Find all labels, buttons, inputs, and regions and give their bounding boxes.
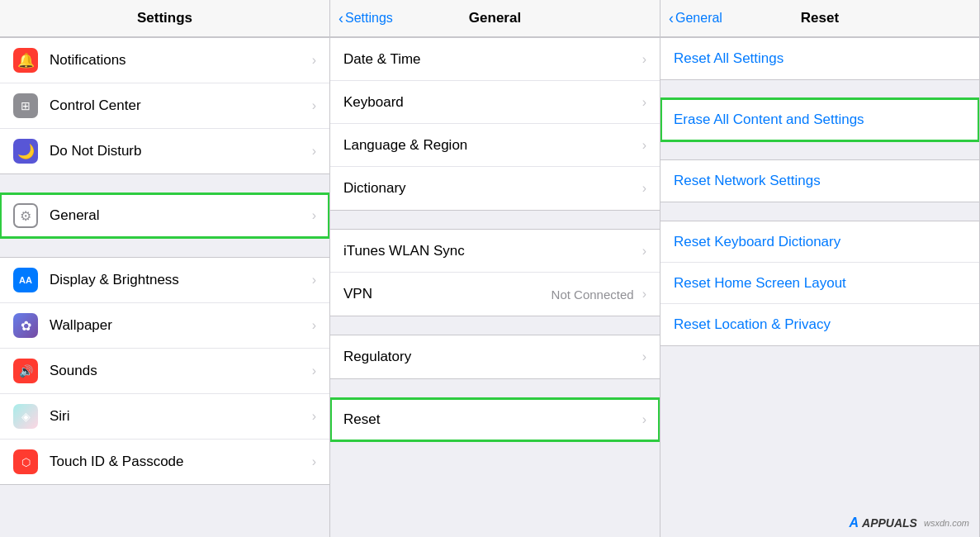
general-section-2: iTunes WLAN Sync › VPN Not Connected › — [330, 229, 660, 316]
display-label: Display & Brightness — [50, 272, 307, 288]
row-language[interactable]: Language & Region › — [330, 124, 660, 167]
sounds-label: Sounds — [50, 363, 307, 379]
back-chevron-icon: ‹ — [339, 10, 343, 27]
reset-keyboard-label: Reset Keyboard Dictionary — [674, 234, 840, 250]
general-back-button[interactable]: ‹ Settings — [339, 10, 393, 27]
reset-all-label: Reset All Settings — [674, 50, 784, 67]
itunes-chevron: › — [642, 244, 646, 259]
general-panel: ‹ Settings General Date & Time › Keyboar… — [330, 0, 660, 537]
date-time-chevron: › — [642, 52, 646, 67]
row-reset-keyboard[interactable]: Reset Keyboard Dictionary — [660, 221, 979, 263]
section-general: ⚙ General › — [0, 192, 329, 239]
touch-id-label: Touch ID & Passcode — [50, 454, 307, 470]
general-back-label: Settings — [345, 11, 393, 26]
row-control-center[interactable]: ⊞ Control Center › — [0, 83, 329, 129]
control-center-label: Control Center — [50, 97, 307, 114]
reset-section-all: Reset All Settings — [660, 37, 979, 80]
row-display[interactable]: AA Display & Brightness › — [0, 258, 329, 303]
general-section-3: Regulatory › — [330, 335, 660, 379]
vpn-label: VPN — [343, 286, 552, 302]
general-list: Date & Time › Keyboard › Language & Regi… — [330, 37, 660, 537]
row-itunes[interactable]: iTunes WLAN Sync › — [330, 230, 660, 273]
display-icon: AA — [13, 268, 38, 292]
row-reset-network[interactable]: Reset Network Settings — [660, 160, 979, 202]
language-chevron: › — [642, 138, 646, 153]
vpn-chevron: › — [642, 287, 646, 302]
reset-section-network: Reset Network Settings — [660, 159, 979, 202]
row-wallpaper[interactable]: ✿ Wallpaper › — [0, 303, 329, 349]
do-not-disturb-icon: 🌙 — [13, 139, 38, 164]
row-reset-home-screen[interactable]: Reset Home Screen Layout — [660, 263, 979, 304]
reset-network-label: Reset Network Settings — [674, 173, 821, 189]
siri-icon: ◈ — [13, 404, 38, 429]
notifications-icon: 🔔 — [13, 48, 38, 73]
row-reset-all-settings[interactable]: Reset All Settings — [660, 38, 979, 79]
reset-location-label: Reset Location & Privacy — [674, 316, 831, 333]
reset-back-button[interactable]: ‹ General — [669, 10, 722, 27]
reset-section-misc: Reset Keyboard Dictionary Reset Home Scr… — [660, 221, 979, 346]
row-notifications[interactable]: 🔔 Notifications › — [0, 38, 329, 83]
language-label: Language & Region — [343, 137, 637, 154]
row-erase-all[interactable]: Erase All Content and Settings — [660, 99, 979, 140]
reset-header: ‹ General Reset — [660, 0, 979, 37]
row-vpn[interactable]: VPN Not Connected › — [330, 273, 660, 316]
section-display: AA Display & Brightness › ✿ Wallpaper › … — [0, 257, 329, 485]
row-dictionary[interactable]: Dictionary › — [330, 167, 660, 210]
general-icon: ⚙ — [13, 203, 38, 228]
wallpaper-chevron: › — [312, 318, 316, 333]
row-reset[interactable]: Reset › — [330, 398, 660, 441]
settings-list: 🔔 Notifications › ⊞ Control Center › 🌙 D… — [0, 37, 329, 537]
general-section-1: Date & Time › Keyboard › Language & Regi… — [330, 37, 660, 211]
keyboard-label: Keyboard — [343, 94, 637, 111]
do-not-disturb-label: Do Not Disturb — [50, 143, 307, 159]
settings-panel: Settings 🔔 Notifications › ⊞ Control Cen… — [0, 0, 330, 537]
sounds-icon: 🔊 — [13, 359, 38, 383]
touch-id-icon: ⬡ — [13, 449, 38, 474]
general-title: General — [469, 10, 521, 26]
row-general[interactable]: ⚙ General › — [0, 193, 329, 238]
siri-label: Siri — [50, 408, 307, 425]
settings-title: Settings — [137, 10, 192, 26]
wallpaper-icon: ✿ — [13, 313, 38, 338]
wallpaper-label: Wallpaper — [50, 317, 307, 334]
itunes-label: iTunes WLAN Sync — [343, 243, 637, 259]
reset-back-label: General — [675, 11, 722, 26]
control-center-icon: ⊞ — [13, 93, 38, 118]
row-touch-id[interactable]: ⬡ Touch ID & Passcode › — [0, 440, 329, 484]
reset-chevron: › — [642, 412, 646, 427]
reset-home-screen-label: Reset Home Screen Layout — [674, 275, 846, 292]
notifications-chevron: › — [312, 53, 316, 68]
vpn-sublabel: Not Connected — [552, 288, 634, 302]
display-chevron: › — [312, 273, 316, 288]
date-time-label: Date & Time — [343, 51, 637, 68]
reset-section-erase: Erase All Content and Settings — [660, 98, 979, 141]
row-sounds[interactable]: 🔊 Sounds › — [0, 349, 329, 394]
erase-all-label: Erase All Content and Settings — [674, 112, 864, 128]
siri-chevron: › — [312, 409, 316, 424]
row-reset-location[interactable]: Reset Location & Privacy — [660, 304, 979, 345]
reset-label: Reset — [343, 411, 637, 428]
control-center-chevron: › — [312, 98, 316, 113]
reset-panel: ‹ General Reset Reset All Settings Erase… — [660, 0, 980, 537]
sounds-chevron: › — [312, 364, 316, 378]
general-label: General — [50, 207, 307, 224]
settings-header: Settings — [0, 0, 329, 37]
dictionary-label: Dictionary — [343, 180, 637, 197]
reset-back-chevron-icon: ‹ — [669, 10, 674, 27]
row-keyboard[interactable]: Keyboard › — [330, 81, 660, 124]
touch-id-chevron: › — [312, 454, 316, 469]
general-section-reset: Reset › — [330, 397, 660, 442]
row-do-not-disturb[interactable]: 🌙 Do Not Disturb › — [0, 129, 329, 173]
section-notifications: 🔔 Notifications › ⊞ Control Center › 🌙 D… — [0, 37, 329, 174]
regulatory-chevron: › — [642, 349, 646, 364]
row-siri[interactable]: ◈ Siri › — [0, 394, 329, 440]
do-not-disturb-chevron: › — [312, 144, 316, 159]
keyboard-chevron: › — [642, 95, 646, 110]
reset-list: Reset All Settings Erase All Content and… — [660, 37, 979, 537]
general-chevron: › — [312, 208, 316, 223]
dictionary-chevron: › — [642, 181, 646, 196]
reset-title: Reset — [801, 10, 839, 26]
row-regulatory[interactable]: Regulatory › — [330, 335, 660, 378]
general-header: ‹ Settings General — [330, 0, 660, 37]
row-date-time[interactable]: Date & Time › — [330, 38, 660, 81]
